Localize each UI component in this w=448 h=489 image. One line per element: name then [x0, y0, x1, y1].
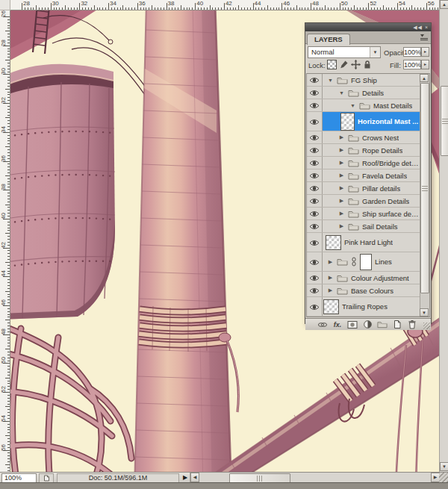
- mask-link-icon[interactable]: [351, 257, 357, 267]
- layer-row[interactable]: ▶Favela Details: [307, 169, 420, 182]
- visibility-toggle[interactable]: [307, 157, 323, 169]
- scroll-up-icon[interactable]: ▲: [440, 0, 448, 9]
- scroll-down-icon[interactable]: ▼: [420, 308, 429, 317]
- triangle-collapsed-icon[interactable]: ▶: [327, 259, 334, 265]
- layer-thumbnail[interactable]: [360, 254, 372, 270]
- visibility-toggle[interactable]: [307, 87, 323, 99]
- window-resize-grip[interactable]: [439, 472, 448, 482]
- layer-row[interactable]: ▶Colour Adjustment: [307, 272, 420, 284]
- layer-row[interactable]: ▶Rope Details: [307, 144, 420, 157]
- opacity-field[interactable]: 100%: [403, 47, 421, 57]
- visibility-toggle[interactable]: [307, 112, 323, 131]
- visibility-toggle[interactable]: [307, 220, 323, 232]
- scroll-left-icon[interactable]: ◀: [190, 473, 199, 482]
- triangle-collapsed-icon[interactable]: ▶: [327, 287, 334, 293]
- triangle-expanded-icon[interactable]: ▼: [349, 103, 356, 108]
- visibility-toggle[interactable]: [307, 195, 323, 207]
- layer-thumbnail[interactable]: [323, 299, 339, 314]
- layer-row-content[interactable]: ▶Sail Details: [323, 220, 420, 232]
- panel-resize-grip[interactable]: [423, 323, 430, 329]
- visibility-toggle[interactable]: [307, 99, 323, 111]
- layer-row[interactable]: ▶Roof/Bridge details: [307, 157, 420, 169]
- triangle-expanded-icon[interactable]: ▼: [338, 90, 345, 96]
- layer-row[interactable]: ▶Base Colours: [307, 284, 420, 297]
- panel-titlebar[interactable]: ◀◀ ×: [305, 23, 431, 31]
- delete-layer-button[interactable]: [407, 320, 417, 329]
- layer-row[interactable]: ▶Pillar details: [307, 182, 420, 195]
- scroll-down-icon[interactable]: ▼: [440, 462, 448, 471]
- triangle-collapsed-icon[interactable]: ▶: [338, 223, 345, 229]
- lock-image-pixels-button[interactable]: [338, 59, 349, 69]
- layer-row-content[interactable]: ▼Mast Details: [323, 99, 420, 111]
- lock-position-button[interactable]: [350, 59, 361, 69]
- triangle-collapsed-icon[interactable]: ▶: [338, 147, 345, 153]
- close-panel-button[interactable]: ×: [425, 25, 429, 30]
- layer-row[interactable]: ▶Lines: [307, 252, 420, 272]
- layer-row[interactable]: Trailing Ropes: [307, 297, 420, 317]
- status-popup-arrow[interactable]: ▶: [181, 473, 190, 482]
- link-layers-button[interactable]: [317, 320, 328, 329]
- layer-row-content[interactable]: ▶Ship surface details: [323, 208, 420, 219]
- visibility-toggle[interactable]: [307, 144, 323, 156]
- layer-row[interactable]: ▼FG Ship: [307, 74, 420, 87]
- triangle-collapsed-icon[interactable]: ▶: [338, 198, 345, 204]
- layer-row-content[interactable]: ▶Colour Adjustment: [323, 272, 420, 284]
- layer-row[interactable]: ▶Crows Nest: [307, 131, 420, 144]
- new-group-button[interactable]: [377, 320, 388, 329]
- triangle-collapsed-icon[interactable]: ▶: [338, 185, 345, 191]
- layer-row-content[interactable]: ▶Rope Details: [323, 144, 420, 156]
- triangle-collapsed-icon[interactable]: ▶: [338, 211, 345, 217]
- layer-thumbnail[interactable]: [340, 113, 355, 131]
- layer-row-content[interactable]: ▶Pillar details: [323, 182, 420, 194]
- visibility-toggle[interactable]: [307, 233, 323, 252]
- layer-row[interactable]: ▼Mast Details: [307, 99, 420, 112]
- layer-row[interactable]: ▶Garden Details: [307, 195, 420, 208]
- layer-row[interactable]: Horizontal Mast ...: [307, 112, 420, 131]
- layer-row[interactable]: ▼Details: [307, 87, 420, 99]
- visibility-toggle[interactable]: [307, 284, 323, 296]
- visibility-toggle[interactable]: [307, 252, 323, 271]
- visibility-toggle[interactable]: [307, 272, 323, 284]
- layer-row-content[interactable]: ▶Garden Details: [323, 195, 420, 207]
- layer-row-content[interactable]: ▶Favela Details: [323, 169, 420, 181]
- visibility-toggle[interactable]: [307, 131, 323, 143]
- layer-list-scroll-thumb[interactable]: [420, 83, 429, 293]
- layer-styles-button[interactable]: fx.: [332, 320, 343, 329]
- lock-all-button[interactable]: [362, 59, 373, 69]
- new-adjustment-layer-button[interactable]: [362, 320, 373, 329]
- fill-slider-button[interactable]: ▸: [421, 60, 429, 69]
- layer-thumbnail[interactable]: [326, 235, 341, 250]
- horizontal-scrollbar[interactable]: ◀ ▶: [190, 473, 440, 482]
- vertical-scroll-thumb[interactable]: [441, 86, 448, 156]
- layer-row-content[interactable]: Trailing Ropes: [323, 297, 420, 316]
- triangle-collapsed-icon[interactable]: ▶: [327, 275, 334, 281]
- lock-transparent-pixels-button[interactable]: [326, 59, 337, 69]
- triangle-collapsed-icon[interactable]: ▶: [338, 172, 345, 178]
- vertical-scrollbar[interactable]: ▲ ▼: [439, 0, 448, 472]
- visibility-toggle[interactable]: [307, 74, 323, 86]
- visibility-toggle[interactable]: [307, 182, 323, 194]
- visibility-toggle[interactable]: [307, 297, 323, 316]
- scroll-up-icon[interactable]: ▲: [420, 74, 429, 82]
- layer-row-content[interactable]: ▼FG Ship: [323, 74, 420, 86]
- layer-row[interactable]: Pink Hard Light: [307, 233, 420, 252]
- add-layer-mask-button[interactable]: [347, 320, 358, 329]
- layer-row-content[interactable]: ▶Base Colours: [323, 284, 420, 296]
- layer-row-content[interactable]: ▶Lines: [323, 252, 420, 271]
- triangle-expanded-icon[interactable]: ▼: [327, 78, 334, 83]
- layer-row-content[interactable]: Horizontal Mast ...: [323, 112, 420, 131]
- layer-row-content[interactable]: ▶Crows Nest: [323, 131, 420, 143]
- layer-row-content[interactable]: Pink Hard Light: [323, 233, 420, 252]
- layer-list-scrollbar[interactable]: ▲ ▼: [420, 74, 429, 317]
- layer-row-content[interactable]: ▶Roof/Bridge details: [323, 157, 420, 169]
- layer-row[interactable]: ▶Ship surface details: [307, 208, 420, 220]
- layer-row[interactable]: ▶Sail Details: [307, 220, 420, 233]
- visibility-toggle[interactable]: [307, 208, 323, 219]
- opacity-slider-button[interactable]: ▸: [421, 47, 429, 57]
- collapse-panel-button[interactable]: ◀◀: [413, 25, 423, 30]
- new-layer-button[interactable]: [392, 320, 402, 329]
- triangle-collapsed-icon[interactable]: ▶: [338, 160, 345, 166]
- visibility-toggle[interactable]: [307, 169, 323, 181]
- triangle-collapsed-icon[interactable]: ▶: [338, 134, 345, 140]
- fill-field[interactable]: 100%: [403, 60, 421, 69]
